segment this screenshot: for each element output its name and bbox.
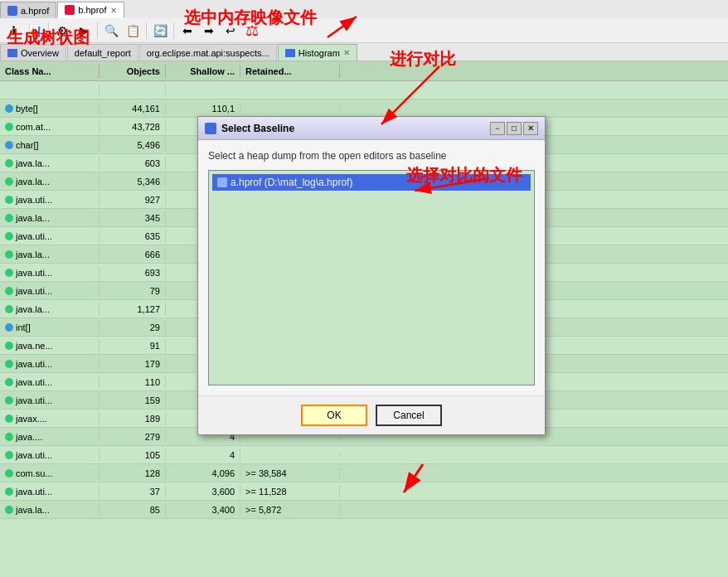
cell-classname: java.ne...	[0, 339, 99, 352]
dialog-title-icon	[205, 123, 216, 134]
table-row[interactable]: com.su... 128 4,096 >= 38,584	[0, 464, 728, 482]
cell-classname: javax....	[0, 412, 99, 425]
cell-objects: 603	[99, 157, 166, 170]
cell-classname: char[]	[0, 138, 99, 152]
dialog-listbox[interactable]: a.hprof (D:\mat_log\a.hprof)	[208, 170, 535, 385]
type-icon	[5, 396, 13, 405]
cell-retained: >= 5,872	[240, 503, 340, 516]
cell-objects: 79	[99, 284, 166, 298]
col-header-shallow[interactable]: Shallow ...	[166, 65, 240, 78]
cell-classname: java.uti...	[0, 376, 99, 389]
toolbar-sep-3	[146, 22, 147, 39]
cell-objects: 345	[99, 211, 166, 225]
toolbar-info-btn[interactable]: ℹ	[3, 21, 23, 41]
toolbar-filter-btn[interactable]: 📋	[123, 21, 143, 41]
dialog-title-text: Select Baseline	[221, 123, 488, 134]
cell-objects: 110	[99, 376, 166, 389]
toolbar-search-btn[interactable]: 🔍	[101, 21, 121, 41]
toolbar-run-btn[interactable]: ▶	[74, 21, 94, 41]
tab-close-btn[interactable]: ✕	[110, 6, 117, 15]
type-icon	[5, 250, 13, 259]
col-header-objects[interactable]: Objects	[99, 65, 166, 78]
table-row[interactable]: java.uti... 37 3,600 >= 11,528	[0, 482, 728, 501]
dialog-minimize-btn[interactable]: －	[490, 122, 505, 135]
view-tab-label: default_report	[75, 48, 131, 58]
cell-objects: 693	[99, 266, 166, 279]
tab-label: a.hprof	[21, 6, 49, 16]
tab-bar: a.hprof b.hprof ✕	[0, 0, 728, 18]
cell-objects	[99, 85, 166, 95]
cell-classname: java.uti...	[0, 284, 99, 298]
type-icon	[5, 433, 13, 441]
dialog-ok-button[interactable]: OK	[301, 405, 367, 426]
tab-overview[interactable]: Overview	[0, 44, 66, 61]
cell-classname: java.uti...	[0, 230, 99, 243]
cell-retained	[109, 89, 166, 92]
dialog-close-btn[interactable]: ✕	[523, 122, 538, 135]
tab-icon	[65, 5, 75, 15]
cell-classname: java.uti...	[0, 485, 99, 498]
type-icon	[5, 451, 13, 459]
cell-objects: 927	[99, 193, 166, 206]
cell-objects: 128	[99, 467, 166, 480]
dialog-cancel-button[interactable]: Cancel	[376, 405, 442, 426]
dialog-description: Select a heap dump from the open editors…	[208, 150, 535, 162]
col-header-classname[interactable]: Class Na...	[0, 65, 99, 78]
cell-classname: java.uti...	[0, 394, 99, 407]
tab-icon	[7, 6, 17, 16]
tab-b-hprof[interactable]: b.hprof ✕	[57, 2, 124, 18]
type-icon	[5, 506, 13, 514]
toolbar-extra3-btn[interactable]: ↩	[221, 21, 240, 41]
toolbar-sep-4	[173, 22, 174, 39]
cell-objects: 5,346	[99, 175, 166, 188]
cell-classname: com.su...	[0, 467, 99, 480]
toolbar-refresh-btn[interactable]: 🔄	[150, 21, 170, 41]
type-icon	[5, 323, 13, 332]
type-icon	[5, 378, 13, 386]
cell-retained: >= 11,528	[240, 485, 340, 498]
toolbar-config-btn[interactable]: ⚙	[52, 21, 72, 41]
cell-classname: java.la...	[0, 503, 99, 516]
toolbar-extra1-btn[interactable]: ⬅	[177, 21, 197, 41]
toolbar-sep-1	[48, 22, 49, 39]
select-baseline-dialog[interactable]: Select Baseline － □ ✕ Select a heap dump…	[197, 116, 546, 435]
cell-objects: 279	[99, 430, 166, 444]
cell-objects: 179	[99, 357, 166, 371]
cell-objects: 105	[99, 449, 166, 462]
cell-shallow: 4	[166, 449, 240, 462]
dialog-titlebar: Select Baseline － □ ✕	[198, 117, 545, 140]
type-icon	[5, 415, 13, 423]
table-row[interactable]	[0, 81, 728, 99]
cell-retained	[240, 107, 340, 110]
cell-classname: int[]	[0, 321, 99, 334]
type-icon	[5, 123, 13, 131]
view-tab-label: org.eclipse.mat.api:suspects...	[147, 48, 269, 58]
cell-classname: java.la...	[0, 157, 99, 170]
cell-objects: 1,127	[99, 303, 166, 316]
tab-a-hprof[interactable]: a.hprof	[0, 2, 56, 18]
histogram-tab-close[interactable]: ✕	[343, 48, 350, 57]
type-icon	[5, 342, 13, 350]
cell-objects: 91	[99, 339, 166, 352]
cell-retained	[240, 435, 340, 439]
table-row[interactable]: java.la... 85 3,400 >= 5,872	[0, 501, 728, 519]
cell-objects: 85	[99, 503, 166, 516]
cell-objects: 666	[99, 248, 166, 261]
cell-shallow: 110,1	[166, 102, 240, 115]
toolbar-chart-btn[interactable]: 📊	[25, 21, 45, 41]
view-tab-bar: Overview default_report org.eclipse.mat.…	[0, 43, 728, 61]
tab-default-report[interactable]: default_report	[67, 44, 138, 61]
toolbar-compare-btn[interactable]: ⚖	[242, 21, 262, 41]
dialog-list-item[interactable]: a.hprof (D:\mat_log\a.hprof)	[212, 174, 531, 191]
tab-histogram[interactable]: Histogram ✕	[278, 44, 357, 61]
tab-suspects[interactable]: org.eclipse.mat.api:suspects...	[139, 44, 277, 61]
dialog-maximize-btn[interactable]: □	[507, 122, 522, 135]
col-header-retained[interactable]: Retained...	[240, 65, 340, 78]
table-row[interactable]: java.uti... 105 4	[0, 446, 728, 464]
table-header: Class Na... Objects Shallow ... Retained…	[0, 61, 728, 81]
toolbar-extra2-btn[interactable]: ➡	[199, 21, 219, 41]
type-icon	[5, 360, 13, 368]
cell-shallow: 3,600	[166, 485, 240, 498]
cell-classname: java.la...	[0, 303, 99, 316]
table-row[interactable]: byte[] 44,161 110,1	[0, 99, 728, 118]
